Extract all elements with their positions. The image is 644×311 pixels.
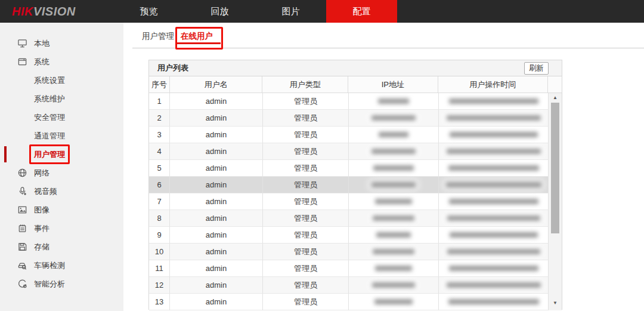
user-list-panel: 用户列表 刷新 序号用户名用户类型IP地址用户操作时间 1admin管理员2ad…: [148, 60, 562, 310]
table-row[interactable]: 3admin管理员: [149, 127, 562, 143]
cell-ip-redacted-blur: [373, 215, 414, 221]
cell-user-type: 管理员: [263, 244, 349, 260]
cell-time-redacted: [439, 244, 549, 260]
cell-ip-redacted-blur: [373, 249, 414, 254]
cell-time-redacted-blur: [449, 266, 538, 271]
sidebar-item-vehicle-detect[interactable]: 车辆检测: [0, 256, 123, 275]
annotation-box-user-management: [29, 144, 70, 164]
table-scrollbar[interactable]: ▲ ▼: [548, 93, 562, 310]
sidebar-item-audio-video[interactable]: 视音频: [0, 182, 123, 201]
cell-user-type: 管理员: [263, 127, 349, 143]
cell-time-redacted-blur: [449, 199, 538, 204]
column-header-spacer: [548, 76, 562, 93]
sidebar-item-event[interactable]: 事件: [0, 219, 123, 238]
sidebar-item-label: 存储: [34, 242, 49, 253]
logo-vision-text: VISION: [33, 5, 76, 18]
cell-time-redacted-blur: [447, 282, 541, 288]
nav-item-picture[interactable]: 图片: [255, 0, 326, 23]
sidebar-item-label: 安全管理: [34, 112, 65, 123]
cell-index: 9: [149, 227, 170, 244]
cell-ip-redacted: [349, 244, 439, 260]
selected-indicator: [4, 146, 7, 162]
table-row[interactable]: 10admin管理员: [149, 244, 562, 260]
table-row[interactable]: 1admin管理员: [149, 93, 562, 110]
refresh-button[interactable]: 刷新: [524, 62, 549, 75]
scrollbar-thumb[interactable]: [551, 103, 559, 233]
sidebar-item-channel[interactable]: 通道管理: [0, 127, 123, 145]
cell-username: admin: [170, 160, 263, 177]
table-row[interactable]: 12admin管理员: [149, 277, 562, 294]
sidebar-item-image[interactable]: 图像: [0, 201, 123, 219]
cell-ip-redacted: [349, 177, 439, 193]
table-header-row: 序号用户名用户类型IP地址用户操作时间: [149, 76, 562, 93]
table-row[interactable]: 6admin管理员: [149, 177, 562, 193]
sidebar-item-label: 智能分析: [34, 279, 65, 290]
cell-ip-redacted-blur: [371, 182, 416, 187]
cell-time-redacted-blur: [448, 165, 539, 171]
cell-index: 6: [149, 177, 170, 193]
cell-index: 7: [149, 193, 170, 210]
cell-time-redacted-blur: [450, 232, 538, 238]
cell-user-type: 管理员: [263, 260, 349, 277]
nav-item-preview[interactable]: 预览: [113, 0, 184, 23]
sidebar-item-system[interactable]: 系统: [0, 53, 123, 71]
scroll-up-icon[interactable]: ▲: [549, 94, 562, 102]
cell-index: 4: [149, 143, 170, 160]
cell-ip-redacted: [349, 110, 439, 127]
cell-index: 8: [149, 210, 170, 227]
cell-ip-redacted: [349, 93, 439, 110]
cell-index: 12: [149, 277, 170, 294]
table-row[interactable]: 9admin管理员: [149, 227, 562, 244]
table-row[interactable]: 11admin管理员: [149, 260, 562, 277]
cell-ip-redacted-blur: [375, 266, 412, 271]
top-nav-items: 预览回放图片配置: [113, 0, 397, 23]
cell-ip-redacted: [349, 143, 439, 160]
cell-ip-redacted: [349, 210, 439, 227]
cell-index: 5: [149, 160, 170, 177]
sidebar-item-security[interactable]: 安全管理: [0, 108, 123, 127]
sidebar-item-storage[interactable]: 存储: [0, 238, 123, 256]
cell-time-redacted-blur: [447, 215, 540, 221]
nav-item-playback[interactable]: 回放: [184, 0, 255, 23]
cell-time-redacted: [439, 227, 549, 244]
table-row[interactable]: 2admin管理员: [149, 110, 562, 127]
table-row[interactable]: 8admin管理员: [149, 210, 562, 227]
nav-item-config[interactable]: 配置: [326, 0, 397, 23]
table-row[interactable]: 7admin管理员: [149, 193, 562, 210]
column-header: IP地址: [348, 76, 438, 93]
hikvision-logo: HIKVISION: [12, 0, 76, 23]
table-body: 1admin管理员2admin管理员3admin管理员4admin管理员5adm…: [149, 93, 562, 310]
table-row[interactable]: 5admin管理员: [149, 160, 562, 177]
tab-user-management[interactable]: 用户管理: [142, 31, 174, 42]
cell-username: admin: [170, 210, 263, 227]
cell-time-redacted-blur: [446, 182, 541, 187]
logo-hik-text: HIK: [12, 5, 33, 18]
sidebar-item-label: 网络: [34, 168, 49, 178]
cell-user-type: 管理员: [263, 193, 349, 210]
annotation-box-online-users: [175, 27, 223, 50]
cell-user-type: 管理员: [263, 160, 349, 177]
sidebar-item-label: 系统设置: [34, 75, 65, 86]
cell-time-redacted: [439, 160, 549, 177]
cell-ip-redacted-blur: [378, 98, 409, 104]
cell-ip-redacted-blur: [379, 132, 408, 137]
table-row[interactable]: 13admin管理员: [149, 294, 562, 310]
cell-ip-redacted: [349, 294, 439, 310]
sidebar-item-maintenance[interactable]: 系统维护: [0, 90, 123, 108]
table-row[interactable]: 4admin管理员: [149, 143, 562, 160]
sidebar-item-system-settings[interactable]: 系统设置: [0, 71, 123, 90]
top-bar: HIKVISION 预览回放图片配置: [0, 0, 644, 23]
cell-ip-redacted-blur: [373, 165, 414, 171]
cell-ip-redacted: [349, 227, 439, 244]
cell-time-redacted: [439, 110, 549, 127]
sidebar-item-local[interactable]: 本地: [0, 34, 123, 53]
sidebar-item-network[interactable]: 网络: [0, 164, 123, 182]
scroll-down-icon[interactable]: ▼: [549, 299, 562, 307]
sidebar-item-smart-analysis[interactable]: 智能分析: [0, 275, 123, 293]
cell-ip-redacted-blur: [374, 299, 413, 304]
cell-ip-redacted-blur: [371, 115, 416, 121]
cell-ip-redacted-blur: [372, 282, 415, 288]
cell-username: admin: [170, 227, 263, 244]
cell-index: 2: [149, 110, 170, 127]
cell-time-redacted-blur: [448, 299, 539, 304]
